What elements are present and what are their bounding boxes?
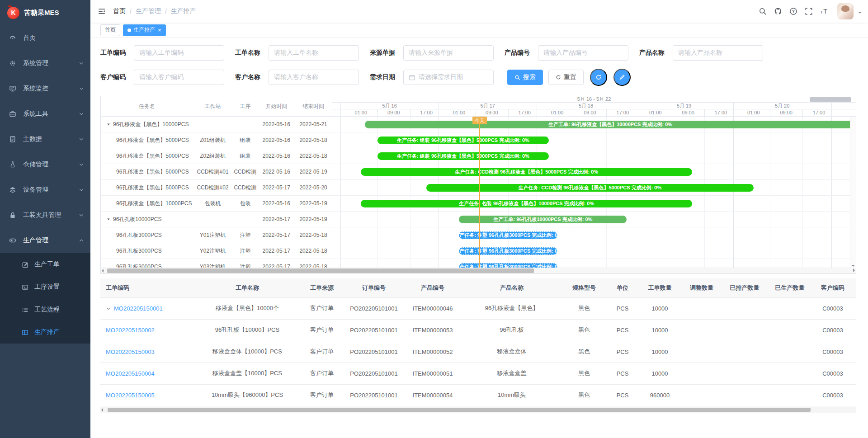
fullscreen-icon[interactable] (801, 4, 816, 19)
sidebar-item-label: 首页 (23, 34, 84, 42)
gantt-task-name: 96孔移液盒【黑色】5000PCS (101, 184, 193, 192)
sidebar-item[interactable]: 主数据 (0, 127, 90, 152)
sidebar-item[interactable]: 工装夹具管理 (0, 203, 90, 228)
table-row[interactable]: MO20220515000510mm吸头【960000】PCS客户订单PO202… (100, 384, 856, 406)
gantt-bar[interactable]: 生产任务: 注塑 96孔孔板3000PCS 完成比例: 0% (459, 231, 557, 239)
gantt-bar[interactable]: 生产任务: 注塑 96孔孔板3000PCS 完成比例: 0% (459, 247, 557, 255)
breadcrumb-item[interactable]: 首页 (113, 7, 126, 15)
expand-row-icon[interactable] (106, 306, 111, 311)
orders-cell-scheduled (722, 363, 767, 384)
filter-input[interactable]: 请输入工单名称 (269, 45, 359, 61)
breadcrumb-item[interactable]: 生产管理 (136, 7, 161, 15)
gantt-task-row[interactable]: 96孔移液盒【黑色】10000PCS2022-05-162022-05-21 (101, 117, 332, 132)
tab[interactable]: 首页 (100, 24, 120, 36)
refresh-button[interactable] (590, 69, 607, 86)
timeline-range-label: 5月 16 - 5月 22 (577, 96, 611, 102)
sidebar-subitem[interactable]: 工艺流程 (0, 298, 90, 321)
help-icon[interactable]: ? (786, 4, 801, 19)
sidebar-subitem[interactable]: 工序设置 (0, 276, 90, 298)
app-logo[interactable]: K 苦糖果MES (0, 0, 90, 25)
orders-cell-customer_code: C00003 (812, 363, 853, 384)
scroll-left-icon[interactable] (101, 408, 103, 412)
filter-input[interactable]: 请选择需求日期 (403, 70, 494, 85)
gantt-task-process: 组装 (232, 152, 258, 160)
filter-input[interactable]: 请输入来源单据 (403, 45, 494, 61)
sidebar-item[interactable]: 生产管理 (0, 228, 90, 253)
table-row[interactable]: MO202205150003移液盒盒体【10000】PCS客户订单PO20220… (100, 341, 856, 363)
filter-input[interactable]: 请输入产品编号 (538, 45, 628, 61)
order-link[interactable]: MO202205150002 (106, 327, 155, 334)
gantt-task-row[interactable]: 96孔移液盒【黑色】5000PCSZ01组装机组装2022-05-162022-… (101, 132, 332, 148)
refresh-icon (556, 75, 561, 80)
breadcrumb-item[interactable]: 生产排产 (171, 7, 196, 15)
gantt-bar[interactable]: 生产任务: 组装 96孔移液盒【黑色】5000PCS 完成比例: 0% (377, 152, 549, 160)
gantt-bar[interactable]: 生产工单: 96孔移液盒【黑色】10000PCS 完成比例: 0% (365, 121, 856, 128)
order-link[interactable]: MO202205150003 (106, 349, 155, 355)
filter-input[interactable]: 请输入客户名称 (269, 70, 359, 85)
gantt-task-row[interactable]: 96孔移液盒【黑色】10000PCS包装机包装2022-05-162022-05… (101, 196, 332, 212)
gantt-task-row[interactable]: 96孔孔板3000PCSY02注塑机注塑2022-05-172022-05-18 (101, 243, 332, 259)
gantt-hscroll-thumb[interactable] (107, 268, 534, 273)
gantt-task-row[interactable]: 96孔孔板10000PCS2022-05-172022-05-19 (101, 212, 332, 227)
orders-hscroll-thumb[interactable] (108, 408, 811, 412)
hamburger-icon[interactable] (98, 7, 106, 15)
filter-input[interactable]: 请输入客户编码 (134, 70, 224, 85)
orders-column-header: 工单名称 (195, 278, 299, 297)
sidebar-item[interactable]: 系统监控 (0, 76, 90, 101)
search-button[interactable]: 搜索 (507, 70, 543, 85)
orders-cell-name: 10mm吸头【960000】PCS (195, 384, 299, 406)
orders-horizontal-scrollbar[interactable] (100, 407, 856, 413)
sidebar-item[interactable]: 设备管理 (0, 177, 90, 203)
sidebar-subitem[interactable]: 生产工单 (0, 253, 90, 276)
orders-cell-po: PO202205101001 (344, 297, 403, 319)
gantt-task-end: 2022-05-18 (295, 137, 332, 143)
orders-cell-name: 移液盒盒体【10000】PCS (195, 341, 299, 363)
orders-cell-spec: 黑色 (561, 319, 607, 341)
gantt-task-row[interactable]: 96孔移液盒【黑色】5000PCSCCD检测#01CCD检测2022-05-16… (101, 164, 332, 180)
sidebar-item[interactable]: 仓储管理 (0, 152, 90, 177)
timeline-scrollbar-thumb[interactable] (810, 97, 851, 102)
sidebar-subitem[interactable]: 生产排产 (0, 321, 90, 344)
gantt-task-row[interactable]: 96孔孔板3000PCSY01注塑机注塑2022-05-172022-05-18 (101, 227, 332, 243)
caret-down-icon[interactable] (106, 217, 111, 221)
github-icon[interactable] (770, 4, 786, 19)
filter-input[interactable]: 请输入工单编码 (134, 45, 224, 61)
caret-down-icon[interactable] (106, 122, 111, 127)
filter-input-placeholder: 请输入产品编号 (543, 49, 588, 57)
gantt-bar[interactable]: 生产工单: 96孔孔板10000PCS 完成比例: 0% (459, 216, 627, 223)
order-link[interactable]: MO202205150005 (106, 392, 155, 399)
gantt-column-header: 工作站 (193, 103, 233, 110)
gantt-bar[interactable]: 生产任务: CCD检测 96孔移液盒【黑色】5000PCS 完成比例: 0% (361, 168, 692, 176)
gantt-vertical-scrollbar[interactable] (850, 117, 856, 268)
gantt-bar[interactable]: 生产任务: 组装 96孔移液盒【黑色】5000PCS 完成比例: 0% (377, 137, 549, 144)
caret-down-icon[interactable] (858, 12, 862, 15)
order-link[interactable]: MO202205150004 (106, 370, 155, 377)
orders-cell-produced (767, 363, 812, 384)
table-row[interactable]: MO202205150001移液盒【黑色】10000个客户订单PO2022051… (100, 297, 856, 319)
gantt-task-row[interactable]: 96孔移液盒【黑色】5000PCSZ02组装机组装2022-05-162022-… (101, 148, 332, 164)
sidebar-item[interactable]: 系统管理 (0, 51, 90, 76)
edit-button[interactable] (613, 69, 631, 86)
gantt-grid-rows: 96孔移液盒【黑色】10000PCS2022-05-162022-05-2196… (101, 117, 332, 273)
search-icon[interactable] (755, 4, 770, 19)
table-row[interactable]: MO202205150004移液盒盒盖【10000】PCS客户订单PO20220… (100, 363, 856, 384)
font-size-icon[interactable]: TT (816, 4, 832, 19)
sidebar-item[interactable]: 首页 (0, 25, 90, 51)
filter-field-label: 产品编号 (505, 49, 533, 57)
avatar[interactable] (837, 3, 854, 19)
gantt-bar[interactable]: 生产任务: 包装 96孔移液盒【黑色】10000PCS 完成比例: 0% (361, 200, 692, 207)
tab[interactable]: 生产排产× (123, 24, 166, 36)
order-link[interactable]: MO202205150001 (114, 305, 163, 312)
table-row[interactable]: MO20220515000296孔孔板【10000】PCS客户订单PO20220… (100, 319, 856, 341)
sidebar-item-label: 主数据 (23, 135, 79, 143)
gantt-horizontal-scrollbar[interactable] (101, 268, 850, 273)
reset-button[interactable]: 重置 (548, 70, 584, 85)
close-icon[interactable]: × (158, 27, 161, 33)
gantt-task-row[interactable]: 96孔移液盒【黑色】5000PCSCCD检测#02CCD检测2022-05-17… (101, 180, 332, 196)
scroll-right-icon[interactable] (853, 268, 855, 272)
scroll-left-icon[interactable] (102, 269, 104, 273)
gantt-bar[interactable]: 生产任务: CCD检测 96孔移液盒【黑色】5000PCS 完成比例: 0% (426, 184, 754, 192)
scroll-down-icon[interactable] (851, 265, 855, 267)
sidebar-item[interactable]: 系统工具 (0, 101, 90, 127)
filter-input[interactable]: 请输入产品名称 (673, 45, 763, 61)
